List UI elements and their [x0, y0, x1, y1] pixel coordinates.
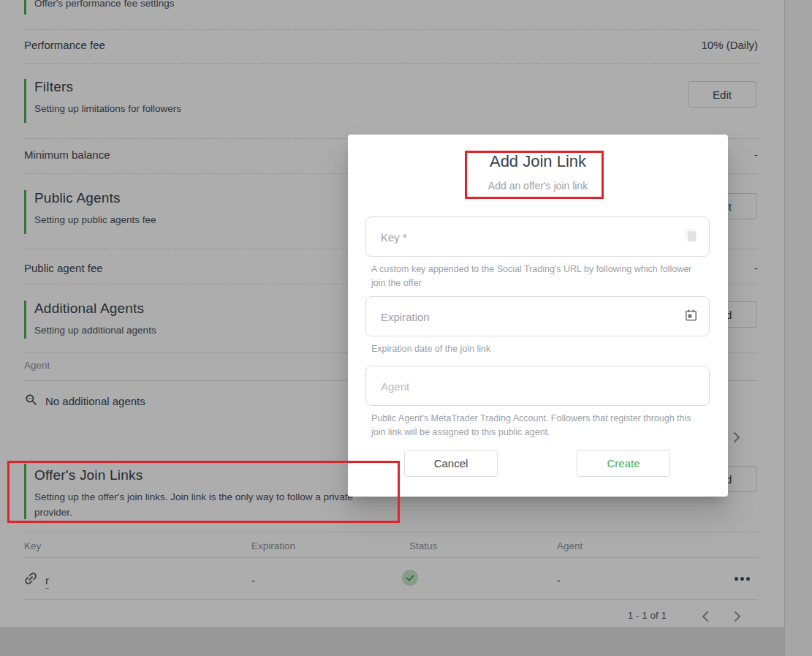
- agent-field[interactable]: Agent: [365, 366, 710, 406]
- create-button[interactable]: Create: [577, 450, 670, 477]
- dialog-title: Add Join Link: [348, 152, 728, 171]
- expiration-helper-text: Expiration date of the join link: [371, 342, 696, 356]
- copy-icon[interactable]: [683, 228, 698, 246]
- expiration-field[interactable]: Expiration: [365, 296, 710, 336]
- key-helper-text: A custom key appended to the Social Trad…: [371, 263, 696, 290]
- calendar-icon[interactable]: [684, 308, 698, 325]
- cancel-button[interactable]: Cancel: [404, 450, 498, 477]
- add-join-link-dialog: Add Join Link Add an offer's join link K…: [348, 135, 728, 497]
- key-field[interactable]: Key *: [365, 216, 710, 257]
- agent-field-placeholder: Agent: [381, 380, 409, 392]
- agent-helper-text: Public Agent's MetaTrader Trading Accoun…: [371, 412, 696, 440]
- dialog-subtitle: Add an offer's join link: [348, 180, 728, 192]
- expiration-field-label: Expiration: [381, 310, 430, 323]
- key-field-label: Key *: [381, 230, 407, 243]
